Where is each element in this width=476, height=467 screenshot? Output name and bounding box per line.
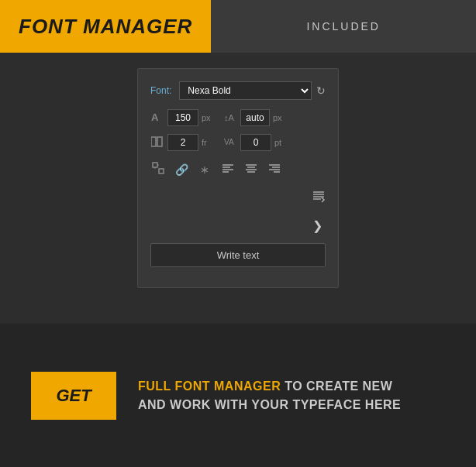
align-left-icon[interactable]	[220, 162, 236, 177]
header: FONT MANAGER INCLUDED	[0, 0, 476, 53]
description-highlight: FULL FONT MANAGER	[138, 379, 281, 393]
header-title-block: FONT MANAGER	[0, 0, 211, 53]
tracking-unit: pt	[274, 138, 290, 147]
get-button[interactable]: GET	[31, 372, 116, 420]
panel-area: Font: Nexa Bold ↻ A px	[0, 53, 476, 304]
font-size-input[interactable]	[167, 109, 198, 126]
included-badge: INCLUDED	[306, 20, 381, 33]
font-select-wrapper: Nexa Bold	[179, 81, 312, 100]
font-size-icon: A	[150, 111, 164, 125]
cursor-pointer: ❯	[312, 218, 323, 233]
svg-text:↕A: ↕A	[224, 113, 235, 122]
font-manager-widget: Font: Nexa Bold ↻ A px	[137, 68, 339, 288]
text-direction-icon[interactable]	[312, 189, 326, 206]
header-badge: INCLUDED	[211, 0, 476, 53]
svg-text:VA: VA	[224, 138, 234, 146]
line-height-input[interactable]	[240, 109, 270, 126]
font-select[interactable]: Nexa Bold	[179, 81, 312, 100]
bottom-description: FULL FONT MANAGER TO CREATE NEWAND WORK …	[138, 377, 401, 414]
col-unit: fr	[202, 138, 217, 147]
align-right-icon[interactable]	[267, 162, 282, 177]
columns-icon	[150, 136, 164, 150]
size-lineheight-row: A px ↕A px	[150, 109, 326, 126]
divider-row	[150, 189, 326, 206]
svg-rect-6	[159, 169, 164, 173]
toolbar-row: 🔗 ∗	[150, 159, 326, 180]
link-icon[interactable]: 🔗	[174, 163, 189, 176]
asterisk-icon[interactable]: ∗	[197, 163, 212, 176]
tracking-input[interactable]	[240, 134, 271, 151]
bottom-section: GET FULL FONT MANAGER TO CREATE NEWAND W…	[0, 324, 476, 467]
align-center-icon[interactable]	[243, 162, 259, 177]
size-unit: px	[202, 113, 217, 122]
tracking-group: VA pt	[223, 134, 290, 151]
write-text-button[interactable]: Write text	[150, 243, 326, 267]
col-group: fr	[150, 134, 217, 151]
app-title: FONT MANAGER	[19, 15, 192, 39]
svg-rect-2	[151, 137, 156, 146]
svg-text:A: A	[151, 112, 159, 123]
col-tracking-row: fr VA pt	[150, 134, 326, 151]
size-group: A px	[150, 109, 217, 126]
lineheight-group: ↕A px	[223, 109, 288, 126]
transform-icon[interactable]	[150, 162, 166, 177]
main-container: FONT MANAGER INCLUDED Font: Nexa Bold ↻	[0, 0, 476, 467]
font-row: Font: Nexa Bold ↻	[150, 81, 326, 100]
svg-rect-5	[153, 163, 157, 167]
lineheight-unit: px	[273, 113, 288, 122]
text-area-row: ❯ Write text	[150, 214, 326, 267]
refresh-button[interactable]: ↻	[316, 84, 326, 97]
font-label: Font:	[150, 85, 171, 96]
svg-rect-3	[157, 137, 162, 146]
tracking-icon: VA	[223, 136, 237, 150]
line-height-icon: ↕A	[223, 111, 237, 125]
columns-input[interactable]	[167, 134, 198, 151]
